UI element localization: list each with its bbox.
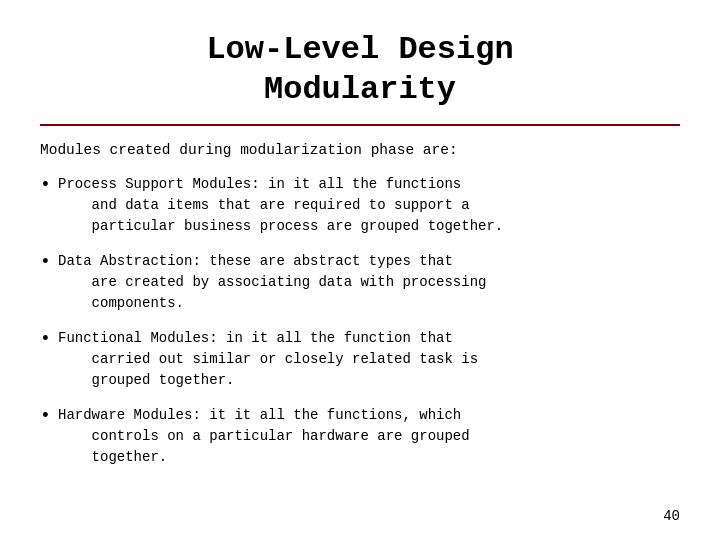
bullet-list: • Process Support Modules: in it all the… — [40, 174, 680, 468]
slide-title: Low-Level Design Modularity — [40, 30, 680, 110]
bullet-text-2: Data Abstraction: these are abstract typ… — [58, 251, 680, 314]
bullet-text-1: Process Support Modules: in it all the f… — [58, 174, 680, 237]
bullet-dot-4: • — [40, 405, 58, 428]
list-item: • Process Support Modules: in it all the… — [40, 174, 680, 237]
list-item: • Data Abstraction: these are abstract t… — [40, 251, 680, 314]
bullet-text-4: Hardware Modules: it it all the function… — [58, 405, 680, 468]
slide-container: Low-Level Design Modularity Modules crea… — [0, 0, 720, 540]
bullet-dot-3: • — [40, 328, 58, 351]
list-item: • Hardware Modules: it it all the functi… — [40, 405, 680, 468]
content-section: Modules created during modularization ph… — [40, 140, 680, 520]
slide-divider — [40, 124, 680, 126]
bullet-dot-2: • — [40, 251, 58, 274]
title-section: Low-Level Design Modularity — [40, 30, 680, 110]
list-item: • Functional Modules: in it all the func… — [40, 328, 680, 391]
bullet-dot-1: • — [40, 174, 58, 197]
intro-line: Modules created during modularization ph… — [40, 140, 680, 160]
title-line1: Low-Level Design — [206, 31, 513, 68]
title-line2: Modularity — [264, 71, 456, 108]
page-number: 40 — [663, 508, 680, 524]
bullet-text-3: Functional Modules: in it all the functi… — [58, 328, 680, 391]
